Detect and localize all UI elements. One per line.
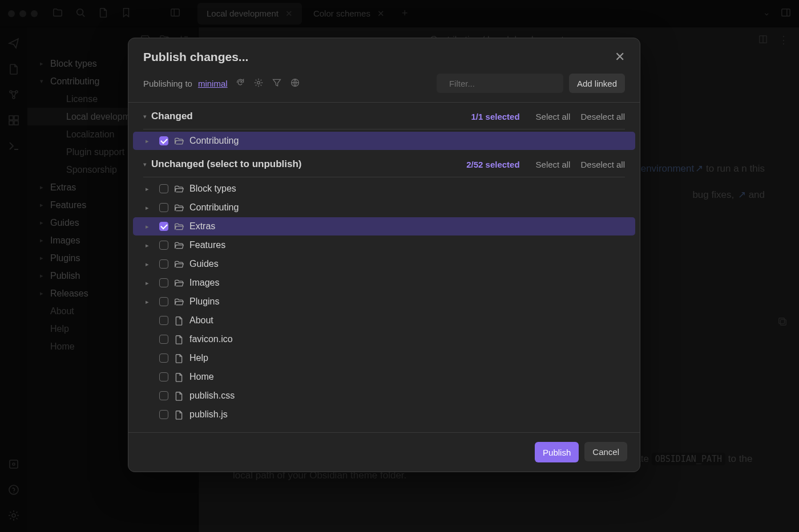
site-settings-icon[interactable] bbox=[254, 78, 263, 89]
unchanged-deselect-all[interactable]: Deselect all bbox=[580, 160, 625, 169]
publish-row-help[interactable]: Help bbox=[133, 349, 635, 367]
row-label: publish.css bbox=[189, 391, 235, 401]
checkbox[interactable] bbox=[159, 316, 168, 325]
changed-section-header[interactable]: ▾ Changed 1/1 selected Select all Desele… bbox=[131, 103, 637, 127]
folder-icon bbox=[174, 222, 184, 232]
chevron-down-icon: ▾ bbox=[143, 161, 147, 168]
publish-button[interactable]: Publish bbox=[535, 442, 579, 462]
row-label: Contributing bbox=[189, 202, 239, 213]
chevron-down-icon: ▾ bbox=[143, 113, 147, 120]
modal-body[interactable]: ▾ Changed 1/1 selected Select all Desele… bbox=[128, 103, 640, 432]
folder-icon bbox=[174, 203, 184, 213]
unchanged-section-header[interactable]: ▾ Unchanged (select to unpublish) 2/52 s… bbox=[131, 151, 637, 174]
publish-row-about[interactable]: About bbox=[133, 311, 635, 330]
checkbox[interactable] bbox=[159, 259, 168, 269]
row-label: Home bbox=[189, 372, 214, 382]
checkbox[interactable] bbox=[159, 297, 168, 306]
changed-selected-count: 1/1 selected bbox=[471, 112, 520, 121]
checkbox[interactable] bbox=[159, 203, 168, 212]
unchanged-title: Unchanged (select to unpublish) bbox=[151, 159, 462, 170]
add-linked-button[interactable]: Add linked bbox=[569, 74, 625, 93]
file-icon bbox=[174, 354, 184, 363]
checkbox[interactable] bbox=[159, 136, 168, 145]
publish-row-features[interactable]: ▸Features bbox=[133, 236, 635, 254]
publish-row-contributing[interactable]: ▸Contributing bbox=[133, 132, 635, 150]
changed-title: Changed bbox=[151, 111, 467, 122]
filter-input[interactable] bbox=[448, 78, 559, 89]
publish-row-block-types[interactable]: ▸Block types bbox=[133, 180, 635, 198]
checkbox[interactable] bbox=[159, 354, 168, 363]
row-label: publish.js bbox=[189, 409, 228, 420]
chevron-right-icon: ▸ bbox=[146, 242, 154, 249]
checkbox[interactable] bbox=[159, 335, 168, 344]
filter-input-wrap[interactable] bbox=[437, 74, 563, 93]
chevron-right-icon: ▸ bbox=[146, 298, 154, 306]
file-icon bbox=[174, 335, 184, 344]
changed-select-all[interactable]: Select all bbox=[536, 112, 571, 121]
row-label: Images bbox=[189, 278, 219, 288]
folder-icon bbox=[174, 184, 184, 194]
checkbox[interactable] bbox=[159, 391, 168, 400]
checkbox[interactable] bbox=[159, 184, 168, 193]
row-label: Features bbox=[189, 240, 225, 250]
filter-icon[interactable] bbox=[272, 78, 281, 89]
folder-icon bbox=[174, 241, 184, 250]
unchanged-select-all[interactable]: Select all bbox=[536, 160, 571, 169]
folder-icon bbox=[174, 136, 184, 146]
folder-icon bbox=[174, 259, 184, 269]
row-label: Help bbox=[189, 353, 208, 363]
row-label: About bbox=[189, 315, 213, 326]
chevron-right-icon: ▸ bbox=[146, 261, 154, 268]
publish-row-publish-css[interactable]: publish.css bbox=[133, 387, 635, 405]
chevron-right-icon: ▸ bbox=[146, 137, 154, 145]
file-icon bbox=[174, 410, 184, 420]
chevron-right-icon: ▸ bbox=[146, 185, 154, 193]
checkbox[interactable] bbox=[159, 222, 168, 231]
publish-row-contributing[interactable]: ▸Contributing bbox=[133, 198, 635, 217]
publish-row-plugins[interactable]: ▸Plugins bbox=[133, 293, 635, 311]
refresh-icon[interactable] bbox=[236, 78, 245, 89]
checkbox[interactable] bbox=[159, 372, 168, 381]
row-label: Block types bbox=[189, 184, 236, 194]
file-icon bbox=[174, 372, 184, 382]
site-globe-icon[interactable] bbox=[290, 78, 300, 89]
publish-changes-modal: Publish changes... ✕ Publishing to minim… bbox=[128, 38, 640, 472]
chevron-right-icon: ▸ bbox=[146, 204, 154, 212]
checkbox[interactable] bbox=[159, 410, 168, 419]
folder-icon bbox=[174, 278, 184, 288]
row-label: favicon.ico bbox=[189, 334, 233, 344]
row-label: Plugins bbox=[189, 297, 219, 307]
publish-row-guides[interactable]: ▸Guides bbox=[133, 255, 635, 273]
row-label: Extras bbox=[189, 221, 215, 232]
changed-deselect-all[interactable]: Deselect all bbox=[580, 112, 625, 121]
folder-icon bbox=[174, 297, 184, 307]
cancel-button[interactable]: Cancel bbox=[584, 442, 627, 461]
publish-row-extras[interactable]: ▸Extras bbox=[133, 217, 635, 235]
checkbox[interactable] bbox=[159, 241, 168, 250]
modal-title: Publish changes... bbox=[143, 50, 615, 64]
publish-row-publish-js[interactable]: publish.js bbox=[133, 405, 635, 424]
checkbox[interactable] bbox=[159, 278, 168, 287]
publish-row-home[interactable]: Home bbox=[133, 368, 635, 386]
file-icon bbox=[174, 391, 184, 401]
publishing-to-label: Publishing to bbox=[143, 79, 192, 88]
publish-row-favicon-ico[interactable]: favicon.ico bbox=[133, 330, 635, 348]
row-label: Guides bbox=[189, 259, 219, 269]
site-name-link[interactable]: minimal bbox=[198, 79, 228, 88]
publish-row-images[interactable]: ▸Images bbox=[133, 274, 635, 292]
chevron-right-icon: ▸ bbox=[146, 279, 154, 287]
unchanged-selected-count: 2/52 selected bbox=[466, 160, 519, 169]
row-label: Contributing bbox=[189, 136, 239, 146]
file-icon bbox=[174, 316, 184, 326]
modal-close-icon[interactable]: ✕ bbox=[615, 50, 625, 64]
chevron-right-icon: ▸ bbox=[146, 223, 154, 230]
